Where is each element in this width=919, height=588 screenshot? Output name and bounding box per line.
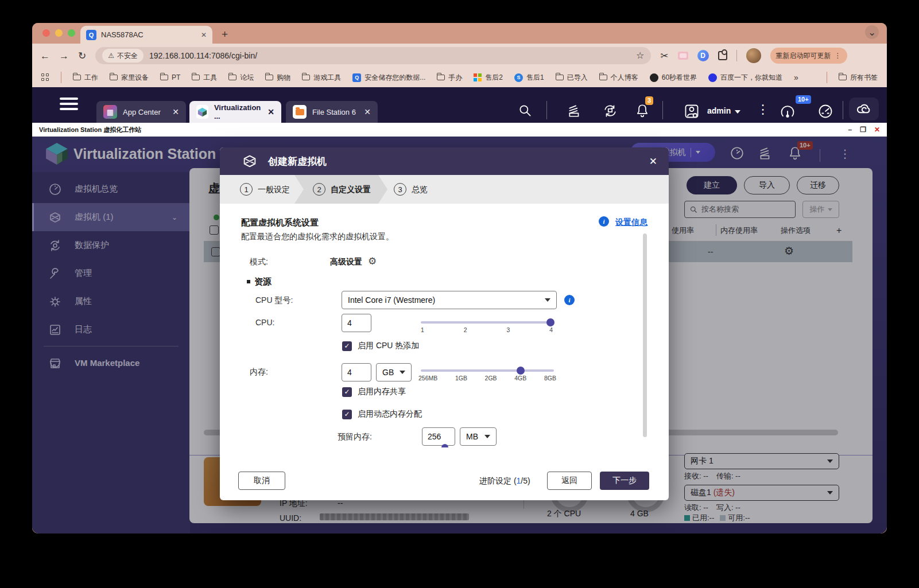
- info-icon[interactable]: i: [599, 216, 609, 227]
- bookmark-folder[interactable]: 工具: [192, 73, 217, 83]
- bookmarks-divider: [61, 72, 61, 83]
- extension-tv-icon[interactable]: [678, 52, 688, 60]
- bookmark-folder[interactable]: 工作: [73, 73, 98, 83]
- forward-icon[interactable]: [59, 51, 69, 61]
- background-tasks-icon[interactable]: [567, 103, 582, 120]
- bookmark-folder[interactable]: 家里设备: [110, 73, 149, 83]
- qnap-tab-appcenter[interactable]: ▦ App Center: [96, 101, 186, 123]
- checkbox-checked-icon[interactable]: [342, 341, 352, 351]
- memory-size-input[interactable]: [342, 363, 371, 381]
- extensions-puzzle-icon[interactable]: [718, 51, 727, 60]
- security-chip[interactable]: 不安全: [102, 49, 144, 63]
- minimize-icon[interactable]: [848, 126, 852, 134]
- settings-info-link[interactable]: 设置信息: [615, 217, 647, 228]
- chrome-update-button[interactable]: 重新启动即可更新: [770, 48, 847, 64]
- resource-monitor-icon[interactable]: [780, 103, 796, 122]
- extension-d-icon[interactable]: D: [697, 50, 709, 61]
- myqnapcloud-icon[interactable]: [849, 98, 879, 120]
- mode-settings-gear-icon[interactable]: [368, 255, 377, 267]
- close-icon[interactable]: [172, 107, 179, 116]
- folder-icon: [599, 75, 607, 80]
- profile-avatar[interactable]: [746, 48, 761, 63]
- bookmarks-overflow-icon[interactable]: [794, 73, 798, 82]
- minimize-window-icon[interactable]: [55, 29, 63, 37]
- bookmark-site[interactable]: 百度一下，你就知道: [708, 73, 782, 83]
- search-icon[interactable]: [518, 103, 533, 120]
- tab-search-icon[interactable]: [865, 25, 879, 39]
- bookmark-star-icon[interactable]: [636, 51, 644, 60]
- bookmark-site[interactable]: 60秒看世界: [650, 73, 697, 83]
- bookmark-qnap[interactable]: Q安全储存您的数据...: [352, 73, 425, 83]
- tab-close-icon[interactable]: [201, 31, 207, 39]
- close-icon[interactable]: [874, 126, 880, 134]
- memory-share-row[interactable]: 启用内存共享: [342, 387, 406, 397]
- bookmark-folder[interactable]: 已导入: [556, 73, 588, 83]
- bookmark-folder[interactable]: 论坛: [228, 73, 254, 83]
- mode-value: 高级设置: [330, 257, 362, 267]
- cpu-model-label: CPU 型号:: [255, 295, 293, 306]
- dialog-close-icon[interactable]: [649, 155, 657, 168]
- virtualization-icon: [196, 105, 208, 119]
- cpu-model-select[interactable]: Intel Core i7 (Westmere): [342, 291, 557, 309]
- notifications-bell-icon[interactable]: [635, 103, 650, 120]
- reserved-unit-select[interactable]: MB: [460, 427, 497, 446]
- cpu-model-info-icon[interactable]: i: [564, 295, 575, 305]
- sync-icon[interactable]: [603, 103, 618, 120]
- close-icon[interactable]: [267, 107, 274, 116]
- cpu-count-input[interactable]: [342, 314, 371, 332]
- maximize-icon[interactable]: [860, 126, 866, 134]
- close-icon[interactable]: [364, 107, 371, 116]
- more-options-icon[interactable]: [757, 102, 769, 117]
- bookmark-folder[interactable]: 手办: [437, 73, 462, 83]
- step2-label[interactable]: 自定义设置: [331, 185, 371, 195]
- browser-tab[interactable]: Q NAS5878AC: [80, 26, 212, 44]
- qnap-tab-filestation[interactable]: File Station 6: [286, 101, 378, 123]
- memory-share-label: 启用内存共享: [358, 387, 406, 397]
- username[interactable]: admin: [707, 106, 731, 115]
- cpu-hotplug-row[interactable]: 启用 CPU 热添加: [342, 341, 419, 351]
- bookmark-site[interactable]: S售后1: [514, 73, 544, 83]
- maximize-window-icon[interactable]: [68, 29, 75, 37]
- bookmark-folder[interactable]: 游戏工具: [302, 73, 341, 83]
- memory-unit-select[interactable]: GB: [376, 363, 412, 381]
- step3-label[interactable]: 总览: [412, 185, 428, 195]
- new-tab-button[interactable]: [222, 29, 228, 40]
- checkbox-checked-icon[interactable]: [342, 410, 352, 419]
- all-bookmarks[interactable]: 所有书签: [827, 72, 878, 83]
- apps-grid-icon[interactable]: [41, 73, 49, 81]
- folder-icon: [192, 75, 200, 80]
- vs-window-titlebar: Virtualization Station 虚拟化工作站: [32, 123, 887, 137]
- memory-slider-handle[interactable]: [517, 367, 525, 375]
- url-text[interactable]: 192.168.100.114:7086/cgi-bin/: [149, 51, 630, 60]
- back-icon[interactable]: [40, 51, 50, 61]
- cpu-slider-handle[interactable]: [546, 318, 554, 326]
- bookmark-folder[interactable]: 个人博客: [599, 73, 638, 83]
- dialog-heading: 配置虚拟机系统设置: [241, 217, 319, 228]
- dialog-scrollbar[interactable]: [643, 233, 647, 437]
- main-menu-icon[interactable]: [60, 98, 78, 113]
- bookmark-folder[interactable]: PT: [160, 73, 180, 81]
- cpu-hotplug-label: 启用 CPU 热添加: [358, 341, 419, 351]
- qnap-tab-virtualization[interactable]: Virtualization ...: [189, 101, 281, 123]
- toolbar-divider: [736, 50, 737, 61]
- step2-number: 2: [313, 183, 325, 196]
- folder-icon: [228, 75, 236, 80]
- user-account-icon[interactable]: [684, 103, 700, 122]
- memory-slider-track[interactable]: [421, 369, 554, 372]
- reserved-memory-input[interactable]: [422, 427, 455, 446]
- back-button[interactable]: 返回: [547, 472, 592, 490]
- bookmark-site[interactable]: 售后2: [474, 73, 503, 83]
- cancel-button[interactable]: 取消: [238, 472, 285, 490]
- bookmark-folder[interactable]: 购物: [265, 73, 290, 83]
- chrome-menu-icon[interactable]: [835, 52, 842, 60]
- cpu-slider-track[interactable]: [421, 321, 553, 324]
- reload-icon[interactable]: [78, 51, 86, 61]
- address-bar[interactable]: 不安全 192.168.100.114:7086/cgi-bin/: [95, 47, 651, 64]
- checkbox-checked-icon[interactable]: [342, 387, 352, 397]
- memory-dynamic-row[interactable]: 启用动态内存分配: [342, 409, 422, 419]
- dashboard-icon[interactable]: [817, 103, 833, 122]
- step1-label[interactable]: 一般设定: [258, 185, 290, 195]
- next-button[interactable]: 下一步: [600, 472, 649, 490]
- extension-scissors-icon[interactable]: [660, 51, 668, 61]
- close-window-icon[interactable]: [42, 29, 50, 37]
